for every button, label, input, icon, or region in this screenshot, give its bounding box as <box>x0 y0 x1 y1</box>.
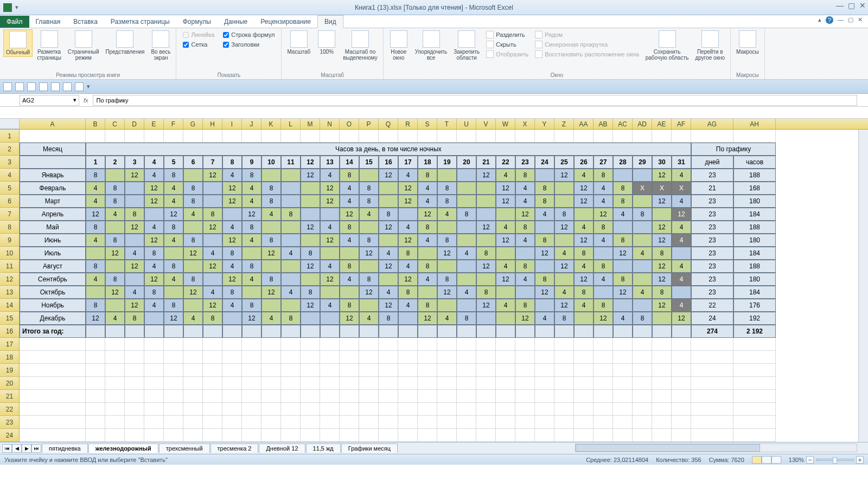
cell[interactable] <box>496 338 515 351</box>
cell[interactable]: 4 <box>242 182 261 195</box>
cell[interactable] <box>183 325 203 338</box>
cell[interactable]: 29 <box>633 156 652 169</box>
cell[interactable] <box>398 377 418 390</box>
cell[interactable]: 8 <box>652 286 672 299</box>
cell[interactable] <box>86 130 105 143</box>
row-header[interactable]: 19 <box>0 364 20 377</box>
cell[interactable] <box>457 377 476 390</box>
cell[interactable] <box>633 364 652 377</box>
cell[interactable]: 4 <box>554 247 574 260</box>
sheet-tab[interactable]: пятидневка <box>42 444 88 453</box>
cell[interactable] <box>183 377 203 390</box>
cell[interactable]: 4 <box>672 273 691 286</box>
zoom-button[interactable]: Масштаб <box>285 29 312 56</box>
cell[interactable]: 4 <box>574 299 593 312</box>
cell[interactable]: 8 <box>340 260 359 273</box>
cell[interactable] <box>633 377 652 390</box>
cell[interactable] <box>203 364 222 377</box>
cell[interactable]: 4 <box>320 169 340 182</box>
cell[interactable]: 8 <box>261 182 281 195</box>
cell[interactable]: 4 <box>340 195 359 208</box>
cell[interactable]: 4 <box>164 195 183 208</box>
cell[interactable]: 12 <box>379 169 398 182</box>
cell[interactable] <box>672 377 691 390</box>
cell[interactable]: 4 <box>86 195 105 208</box>
row-header[interactable]: 9 <box>0 234 20 247</box>
cell[interactable] <box>554 338 574 351</box>
cell[interactable] <box>125 351 144 364</box>
cell[interactable]: 4 <box>320 260 340 273</box>
cell[interactable] <box>515 338 535 351</box>
cell[interactable] <box>535 338 554 351</box>
cell[interactable]: 12 <box>144 273 164 286</box>
cell[interactable] <box>633 195 652 208</box>
cell[interactable] <box>476 416 496 429</box>
cell[interactable] <box>379 195 398 208</box>
cell[interactable] <box>515 429 535 442</box>
cell[interactable]: 8 <box>242 299 261 312</box>
cell[interactable]: 12 <box>125 260 144 273</box>
cell[interactable]: 23 <box>691 273 733 286</box>
cell[interactable] <box>633 416 652 429</box>
cell[interactable]: 4 <box>554 286 574 299</box>
cell[interactable]: 12 <box>554 299 574 312</box>
cell[interactable] <box>340 416 359 429</box>
cell[interactable] <box>672 325 691 338</box>
cell[interactable] <box>457 429 476 442</box>
cell[interactable] <box>261 130 281 143</box>
cell[interactable]: 12 <box>398 273 418 286</box>
cell[interactable] <box>437 325 457 338</box>
fx-icon[interactable]: fx <box>84 97 88 104</box>
cell[interactable]: 12 <box>554 260 574 273</box>
cell[interactable]: 12 <box>340 208 359 221</box>
cell[interactable]: 4 <box>379 286 398 299</box>
cell[interactable]: 8 <box>164 221 183 234</box>
cell[interactable] <box>652 364 672 377</box>
cell[interactable]: 12 <box>437 286 457 299</box>
cell[interactable] <box>379 325 398 338</box>
cell[interactable]: 23 <box>691 286 733 299</box>
cell[interactable] <box>476 377 496 390</box>
cell[interactable] <box>242 247 261 260</box>
cell[interactable]: 12 <box>242 312 261 325</box>
cell[interactable]: 4 <box>457 286 476 299</box>
cell[interactable]: Декабрь <box>20 312 86 325</box>
cell[interactable] <box>20 416 86 429</box>
cell[interactable] <box>652 390 672 403</box>
cell[interactable] <box>437 130 457 143</box>
cell[interactable] <box>164 338 183 351</box>
cell[interactable]: 188 <box>733 221 776 234</box>
cell[interactable] <box>496 416 515 429</box>
column-header[interactable]: D <box>125 119 144 129</box>
cell[interactable]: 8 <box>535 273 554 286</box>
cell[interactable]: 12 <box>515 312 535 325</box>
cell[interactable]: 180 <box>733 234 776 247</box>
cell[interactable]: 4 <box>398 169 418 182</box>
tab-data[interactable]: Данные <box>218 16 254 28</box>
doc-min-icon[interactable]: — <box>838 16 844 24</box>
cell[interactable] <box>633 260 652 273</box>
cell[interactable] <box>144 403 164 416</box>
cell[interactable] <box>574 208 593 221</box>
cell[interactable]: 23 <box>691 195 733 208</box>
cell[interactable]: 8 <box>437 273 457 286</box>
cell[interactable]: 4 <box>574 260 593 273</box>
cell[interactable] <box>733 403 776 416</box>
cell[interactable]: 8 <box>86 299 105 312</box>
zoom-100-button[interactable]: 100% <box>315 29 339 56</box>
column-header[interactable]: H <box>203 119 222 129</box>
cell[interactable] <box>105 390 125 403</box>
cell[interactable]: часов <box>733 156 776 169</box>
cell[interactable] <box>437 221 457 234</box>
cell[interactable] <box>515 364 535 377</box>
vertical-scrollbar[interactable] <box>858 130 868 442</box>
cell[interactable] <box>105 299 125 312</box>
switch-window-button[interactable]: Перейти в другое окно <box>693 29 727 62</box>
cell[interactable] <box>222 351 242 364</box>
cell[interactable] <box>281 169 301 182</box>
cell[interactable]: 8 <box>183 273 203 286</box>
cell[interactable]: 274 <box>691 325 733 338</box>
zoom-out-icon[interactable]: − <box>806 456 814 464</box>
cell[interactable] <box>261 325 281 338</box>
cell[interactable]: 8 <box>593 221 613 234</box>
